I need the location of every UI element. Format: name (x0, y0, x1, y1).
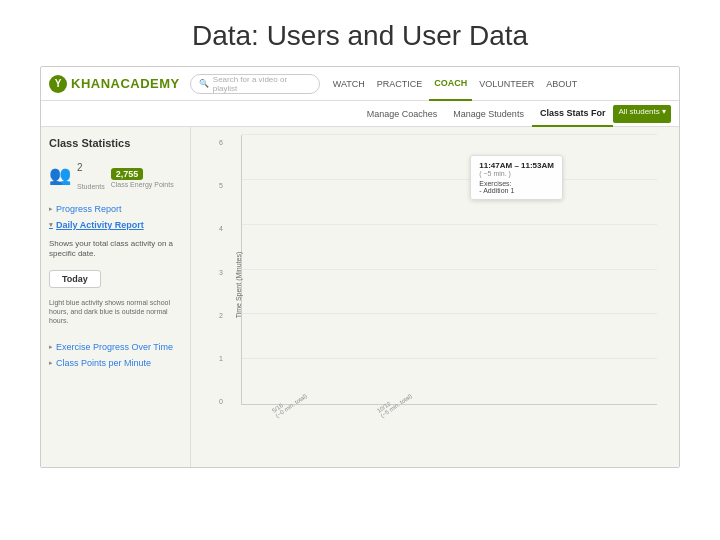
energy-points-block: 2,755 Class Energy Points (111, 163, 174, 188)
exercises-label: Exercises: (479, 180, 511, 187)
nav-volunteer[interactable]: VOLUNTEER (474, 67, 539, 101)
y-label-0: 0 (219, 398, 223, 405)
subnav-manage-students[interactable]: Manage Students (445, 101, 532, 127)
page-title: Data: Users and User Data (0, 0, 720, 66)
subnav-manage-coaches[interactable]: Manage Coaches (359, 101, 446, 127)
arrow-icon-cp: ▸ (49, 359, 53, 367)
sidebar-daily-activity[interactable]: ▾ Daily Activity Report (49, 217, 182, 233)
energy-points-badge: 2,755 (111, 168, 144, 180)
class-points-label: Class Points per Minute (56, 358, 151, 368)
chart-plot: 11:47AM – 11:53AM ( ~5 min. ) Exercises:… (241, 135, 657, 405)
tooltip-exercises: Exercises: - Addition 1 (479, 180, 554, 194)
students-info: 2 Students (77, 157, 105, 193)
nav-coach[interactable]: COACH (429, 67, 472, 101)
nav-practice[interactable]: PRACTICE (372, 67, 428, 101)
screenshot-frame: Y KHANACADEMY 🔍 Search for a video or pl… (40, 66, 680, 468)
ka-logo-icon: Y (49, 75, 67, 93)
subnav-class-stats[interactable]: Class Stats For (532, 101, 614, 127)
sidebar: Class Statistics 👥 2 Students 2,755 Clas… (41, 127, 191, 467)
sidebar-menu: ▸ Progress Report ▾ Daily Activity Repor… (49, 201, 182, 233)
tooltip-duration: ( ~5 min. ) (479, 170, 554, 177)
chart-container: Time Spent (Minutes) 0 1 2 3 4 5 6 (203, 135, 667, 435)
y-label-1: 1 (219, 355, 223, 362)
sidebar-progress-report[interactable]: ▸ Progress Report (49, 201, 182, 217)
search-icon: 🔍 (199, 79, 209, 88)
chart-x-labels: 5/16(~0 min. total) 10/12(~5 min. total) (241, 405, 657, 435)
y-label-2: 2 (219, 312, 223, 319)
chart-y-title: Time Spent (Minutes) (235, 252, 242, 319)
daily-activity-label: Daily Activity Report (56, 220, 144, 230)
energy-label: Class Energy Points (111, 181, 174, 188)
arrow-icon-ep: ▸ (49, 343, 53, 351)
search-placeholder: Search for a video or playlist (213, 75, 311, 93)
ka-logo-text: KHANACADEMY (71, 76, 180, 91)
arrow-icon: ▸ (49, 205, 53, 213)
progress-report-label: Progress Report (56, 204, 122, 214)
y-label-4: 4 (219, 225, 223, 232)
chart-bars (242, 135, 657, 404)
ka-subnav: Manage Coaches Manage Students Class Sta… (41, 101, 679, 127)
exercise-item: - Addition 1 (479, 187, 514, 194)
y-label-3: 3 (219, 269, 223, 276)
chart-y-axis: 0 1 2 3 4 5 6 (219, 139, 223, 405)
arrow-icon-active: ▾ (49, 221, 53, 229)
sidebar-bottom-menu: ▸ Exercise Progress Over Time ▸ Class Po… (49, 339, 182, 371)
sidebar-students: 👥 2 Students 2,755 Class Energy Points (49, 157, 182, 193)
sidebar-note: Light blue activity shows normal school … (49, 298, 182, 325)
students-label: Students (77, 183, 105, 190)
exercise-progress-label: Exercise Progress Over Time (56, 342, 173, 352)
students-count: 2 (77, 162, 83, 173)
sidebar-class-points[interactable]: ▸ Class Points per Minute (49, 355, 182, 371)
sidebar-description: Shows your total class activity on a spe… (49, 239, 182, 260)
ka-main-content: Class Statistics 👥 2 Students 2,755 Clas… (41, 127, 679, 467)
nav-about[interactable]: ABOUT (541, 67, 582, 101)
ka-search-bar[interactable]: 🔍 Search for a video or playlist (190, 74, 320, 94)
ka-nav-links: WATCH PRACTICE COACH VOLUNTEER ABOUT (328, 67, 583, 101)
ka-navbar: Y KHANACADEMY 🔍 Search for a video or pl… (41, 67, 679, 101)
chart-tooltip: 11:47AM – 11:53AM ( ~5 min. ) Exercises:… (470, 155, 563, 200)
class-stats-select[interactable]: All students ▾ (613, 105, 671, 123)
chart-area: Time Spent (Minutes) 0 1 2 3 4 5 6 (191, 127, 679, 467)
y-label-6: 6 (219, 139, 223, 146)
ka-logo: Y KHANACADEMY (49, 75, 180, 93)
students-icon: 👥 (49, 164, 71, 186)
tooltip-time: 11:47AM – 11:53AM (479, 161, 554, 170)
today-button[interactable]: Today (49, 270, 101, 288)
y-label-5: 5 (219, 182, 223, 189)
nav-watch[interactable]: WATCH (328, 67, 370, 101)
sidebar-exercise-progress[interactable]: ▸ Exercise Progress Over Time (49, 339, 182, 355)
sidebar-title: Class Statistics (49, 137, 182, 149)
